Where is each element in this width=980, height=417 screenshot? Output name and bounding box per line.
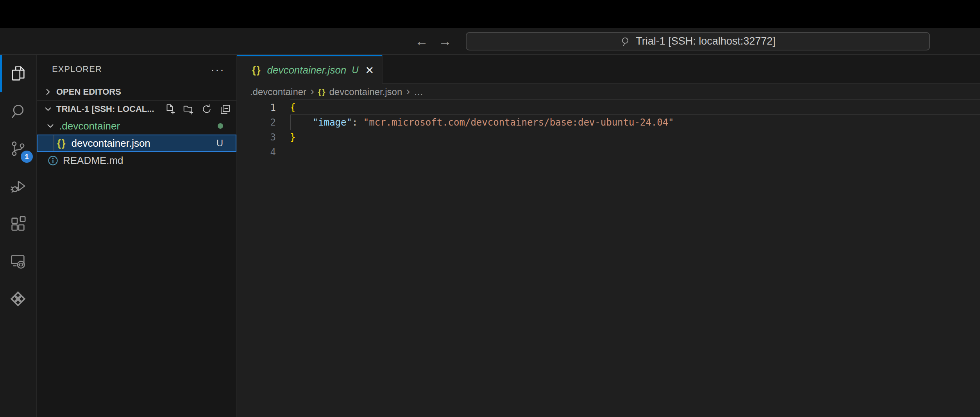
- breadcrumb-file[interactable]: devcontainer.json: [329, 86, 402, 97]
- extensions-icon: [9, 215, 27, 233]
- search-icon: [620, 36, 631, 47]
- json-icon: {}: [318, 87, 326, 97]
- window-title: Trial-1 [SSH: localhost:32772]: [636, 35, 776, 47]
- indent-guide: [54, 135, 54, 151]
- tree-item-devcontainer-json[interactable]: {} devcontainer.json U: [37, 135, 236, 152]
- remote-explorer-icon: [9, 252, 27, 270]
- activitybar-explorer[interactable]: [0, 55, 36, 92]
- chevron-right-icon: [43, 87, 53, 97]
- folder-label: .devcontainer: [59, 120, 120, 132]
- chevron-down-icon: [45, 121, 55, 131]
- breadcrumb-separator-icon: ›: [310, 85, 314, 99]
- tab-label: devcontainer.json: [267, 64, 346, 76]
- code-line-2: 2 "image": "mcr.microsoft.com/devcontain…: [237, 115, 980, 130]
- vscode-window: ← → Trial-1 [SSH: localhost:32772]: [0, 0, 980, 417]
- file-label: README.md: [63, 155, 123, 167]
- workspace-section-header[interactable]: TRIAL-1 [SSH: LOCAL...: [37, 101, 236, 117]
- code-line-3: 3 }: [237, 130, 980, 145]
- readme-info-icon: [47, 155, 59, 166]
- tab-git-badge: U: [352, 65, 358, 75]
- sidebar-title: EXPLORER: [52, 64, 102, 74]
- collapse-all-icon[interactable]: [219, 103, 231, 115]
- menu-bar-band: [0, 0, 980, 28]
- extension-diamond-icon: [9, 290, 27, 308]
- activitybar-extension-diamond[interactable]: [0, 280, 36, 318]
- git-status-dot: [218, 123, 223, 129]
- breadcrumb: .devcontainer › {} devcontainer.json › …: [237, 84, 980, 100]
- refresh-icon[interactable]: [201, 103, 213, 115]
- activitybar-run-debug[interactable]: [0, 167, 36, 205]
- activity-bar: 1: [0, 55, 37, 417]
- breadcrumb-separator-icon: ›: [406, 85, 410, 99]
- code-token: }: [290, 132, 295, 143]
- code-token: [290, 117, 313, 128]
- code-token: "image": [313, 117, 352, 128]
- debug-icon: [9, 177, 27, 195]
- git-untracked-badge: U: [216, 138, 223, 149]
- more-actions-icon[interactable]: ···: [211, 67, 225, 72]
- json-icon: {}: [57, 138, 66, 149]
- code-token: {: [290, 102, 295, 113]
- code-token: "mcr.microsoft.com/devcontainers/base:de…: [363, 117, 674, 128]
- explorer-sidebar: EXPLORER ··· OPEN EDITORS TRIAL-1 [SSH: …: [37, 55, 237, 417]
- activitybar-extensions[interactable]: [0, 205, 36, 243]
- tab-bar: {} devcontainer.json U ✕: [237, 55, 980, 84]
- activitybar-search[interactable]: [0, 92, 36, 130]
- tree-item-readme[interactable]: README.md: [37, 152, 236, 169]
- source-control-badge: 1: [21, 151, 33, 163]
- new-file-icon[interactable]: [164, 103, 176, 115]
- code-line-4: 4: [237, 145, 980, 160]
- title-bar: ← → Trial-1 [SSH: localhost:32772]: [0, 28, 980, 55]
- forward-arrow-icon[interactable]: →: [438, 34, 452, 48]
- back-arrow-icon[interactable]: ←: [415, 34, 428, 48]
- line-number: 4: [237, 145, 276, 160]
- open-editors-label: OPEN EDITORS: [56, 87, 121, 97]
- tree-item-devcontainer-folder[interactable]: .devcontainer: [37, 117, 236, 135]
- line-number: 2: [237, 115, 276, 130]
- breadcrumb-folder[interactable]: .devcontainer: [250, 86, 306, 97]
- tab-devcontainer-json[interactable]: {} devcontainer.json U ✕: [237, 55, 383, 84]
- line-number: 1: [237, 100, 276, 115]
- activitybar-remote-explorer[interactable]: [0, 243, 36, 280]
- command-center-search[interactable]: Trial-1 [SSH: localhost:32772]: [466, 32, 930, 50]
- activitybar-source-control[interactable]: 1: [0, 130, 36, 167]
- code-token: :: [352, 117, 363, 128]
- code-line-1: 1 {: [237, 100, 980, 115]
- workspace-label: TRIAL-1 [SSH: LOCAL...: [56, 104, 154, 114]
- close-icon[interactable]: ✕: [365, 64, 374, 76]
- search-icon: [9, 102, 27, 120]
- files-icon: [9, 65, 27, 83]
- code-editor[interactable]: 1 { 2 "image": "mcr.microsoft.com/devcon…: [237, 100, 980, 160]
- editor-group: {} devcontainer.json U ✕ .devcontainer ›…: [237, 55, 980, 417]
- json-icon: {}: [252, 65, 261, 76]
- new-folder-icon[interactable]: [182, 103, 194, 115]
- chevron-down-icon: [43, 104, 53, 114]
- breadcrumb-symbol[interactable]: …: [414, 86, 423, 97]
- open-editors-section[interactable]: OPEN EDITORS: [37, 84, 236, 100]
- line-number: 3: [237, 130, 276, 145]
- file-label: devcontainer.json: [71, 137, 150, 149]
